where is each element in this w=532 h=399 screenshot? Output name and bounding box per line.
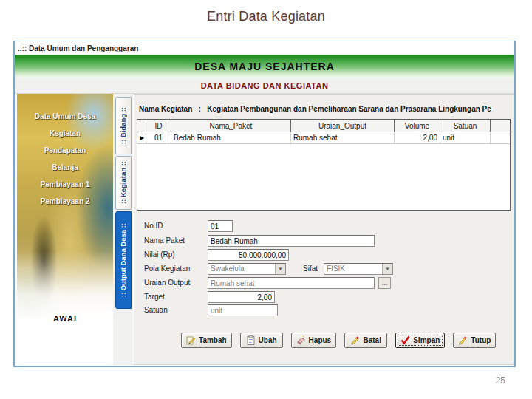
form-row-no-id: No.ID	[134, 220, 514, 232]
activity-name-value: Kegiatan Pembangunan dan Pemeliharaan Sa…	[207, 105, 491, 113]
form-row-nama-paket: Nama Paket	[134, 235, 514, 247]
grid-header-selector	[137, 120, 146, 132]
cell-id: 01	[146, 132, 171, 143]
nama-paket-label: Nama Paket	[144, 236, 185, 245]
form-row-nilai: Nilai (Rp)	[134, 249, 514, 261]
cell-satuan: unit	[440, 132, 491, 143]
activity-name-line: Nama Kegiatan : Kegiatan Pembangunan dan…	[139, 105, 512, 113]
window-title-text: ..:: Data Umum dan Penganggaran	[18, 44, 138, 52]
sifat-dropdown[interactable]: FISIK ▼	[324, 263, 393, 275]
nilai-field[interactable]	[208, 249, 289, 261]
grid-header-volume[interactable]: Volume	[395, 120, 440, 132]
chevron-down-icon[interactable]: ▼	[275, 264, 285, 274]
tab-kegiatan[interactable]: :: Kegiatan ::	[115, 156, 132, 210]
row-selector-icon: ▶	[140, 135, 144, 141]
tab-output-dana-desa[interactable]: :: Output Dana Desa ::	[115, 211, 132, 309]
window-content: Data Umum Desa Kegiatan Pendapatan Belan…	[15, 94, 514, 365]
sidebar-item-pembiayaan-1[interactable]: Pembiayaan 1	[17, 180, 113, 189]
tab-kegiatan-label: :: Kegiatan ::	[119, 161, 127, 204]
tab-output-dana-desa-label: :: Output Dana Desa ::	[119, 223, 127, 297]
grid-header-uraian-output[interactable]: Uraian_Output	[291, 120, 395, 132]
satuan-field[interactable]	[208, 304, 278, 316]
batal-button[interactable]: Batal	[344, 332, 387, 348]
uraian-output-label: Uraian Output	[144, 279, 190, 287]
ubah-button-label: Ubah	[259, 336, 277, 344]
tutup-button-label: Tutup	[471, 336, 491, 344]
slide-page-number: 25	[496, 375, 505, 386]
sidebar-menu: Data Umum Desa Kegiatan Pendapatan Belan…	[17, 112, 113, 214]
cell-volume: 2,00	[395, 132, 440, 143]
simpan-button[interactable]: Simpan	[395, 332, 445, 348]
sifat-value: FISIK	[324, 264, 382, 274]
row-selector-cell: ▶	[137, 132, 146, 143]
pola-kegiatan-dropdown[interactable]: Swakelola ▼	[208, 263, 286, 275]
target-label: Target	[144, 293, 165, 301]
target-field[interactable]	[208, 291, 275, 303]
section-header: DATA BIDANG DAN KEGIATAN	[15, 78, 514, 94]
satuan-label: Satuan	[144, 306, 168, 314]
pola-kegiatan-label: Pola Kegiatan	[144, 265, 190, 273]
sifat-label: Sifat	[303, 265, 318, 273]
grid-header-id[interactable]: ID	[146, 120, 171, 132]
sidebar: Data Umum Desa Kegiatan Pendapatan Belan…	[17, 94, 113, 365]
window-titlebar[interactable]: ..:: Data Umum dan Penganggaran	[15, 41, 514, 55]
tambah-button-label: Tambah	[199, 336, 227, 344]
sidebar-item-belanja[interactable]: Belanja	[17, 163, 113, 172]
simpan-button-label: Simpan	[413, 336, 440, 344]
hapus-button-label: Hapus	[309, 336, 332, 344]
activity-name-separator: :	[199, 105, 201, 113]
uraian-output-field[interactable]	[208, 277, 375, 289]
close-icon	[458, 335, 468, 345]
save-icon	[400, 335, 410, 345]
grid-header-row: ID Nama_Paket Uraian_Output Volume Satua…	[137, 120, 510, 132]
org-banner-text: DESA MAJU SEJAHTERA	[194, 61, 335, 72]
grid-header-filler	[491, 120, 510, 132]
org-banner: DESA MAJU SEJAHTERA	[15, 55, 514, 78]
data-grid[interactable]: ID Nama_Paket Uraian_Output Volume Satua…	[137, 119, 511, 211]
no-id-label: No.ID	[144, 222, 163, 230]
slide: Entri Data Kegiatan ..:: Data Umum dan P…	[0, 0, 532, 399]
cell-uraian-output: Rumah sehat	[291, 132, 395, 143]
edit-icon	[246, 335, 256, 345]
sidebar-home-button[interactable]: AWAI	[17, 314, 113, 323]
main-panel: Nama Kegiatan : Kegiatan Pembangunan dan…	[133, 94, 514, 365]
section-header-text: DATA BIDANG DAN KEGIATAN	[201, 81, 329, 90]
sidebar-item-data-umum-desa[interactable]: Data Umum Desa	[17, 112, 113, 121]
grid-header-nama-paket[interactable]: Nama_Paket	[171, 120, 291, 132]
sidebar-item-kegiatan[interactable]: Kegiatan	[17, 129, 113, 138]
tutup-button[interactable]: Tutup	[453, 332, 496, 348]
button-toolbar: Tambah Ubah	[181, 332, 496, 348]
vertical-tabstrip: :: Bidang :: :: Kegiatan :: :: Output Da…	[113, 94, 133, 365]
tab-bidang-label: :: Bidang ::	[119, 107, 127, 144]
grid-header-satuan[interactable]: Satuan	[440, 120, 491, 132]
cancel-icon	[350, 335, 360, 345]
batal-button-label: Batal	[363, 336, 381, 344]
delete-icon	[296, 335, 306, 345]
form-row-uraian-output: Uraian Output ...	[134, 277, 514, 289]
sidebar-item-pembiayaan-2[interactable]: Pembiayaan 2	[17, 197, 113, 206]
form-row-satuan: Satuan	[134, 304, 514, 316]
page-title: Entri Data Kegiatan	[0, 9, 532, 24]
cell-filler	[491, 132, 510, 143]
add-icon	[186, 335, 196, 345]
app-window: ..:: Data Umum dan Penganggaran DESA MAJ…	[13, 41, 516, 367]
no-id-field[interactable]	[208, 220, 233, 232]
nilai-label: Nilai (Rp)	[144, 250, 175, 259]
sidebar-item-pendapatan[interactable]: Pendapatan	[17, 146, 113, 155]
pola-kegiatan-value: Swakelola	[208, 264, 275, 274]
browse-button[interactable]: ...	[378, 277, 391, 289]
form-row-pola-sifat: Pola Kegiatan Swakelola ▼ Sifat FISIK ▼	[134, 263, 514, 275]
nama-paket-field[interactable]	[208, 235, 375, 247]
tab-bidang[interactable]: :: Bidang ::	[115, 97, 132, 154]
table-row[interactable]: ▶ 01 Bedah Rumah Rumah sehat 2,00 unit	[137, 132, 510, 144]
chevron-down-icon[interactable]: ▼	[382, 264, 392, 274]
cell-nama-paket: Bedah Rumah	[171, 132, 291, 143]
hapus-button[interactable]: Hapus	[291, 332, 337, 348]
form-row-target: Target	[134, 291, 514, 303]
ubah-button[interactable]: Ubah	[240, 332, 283, 348]
activity-name-label: Nama Kegiatan	[139, 105, 192, 113]
tambah-button[interactable]: Tambah	[181, 332, 232, 348]
